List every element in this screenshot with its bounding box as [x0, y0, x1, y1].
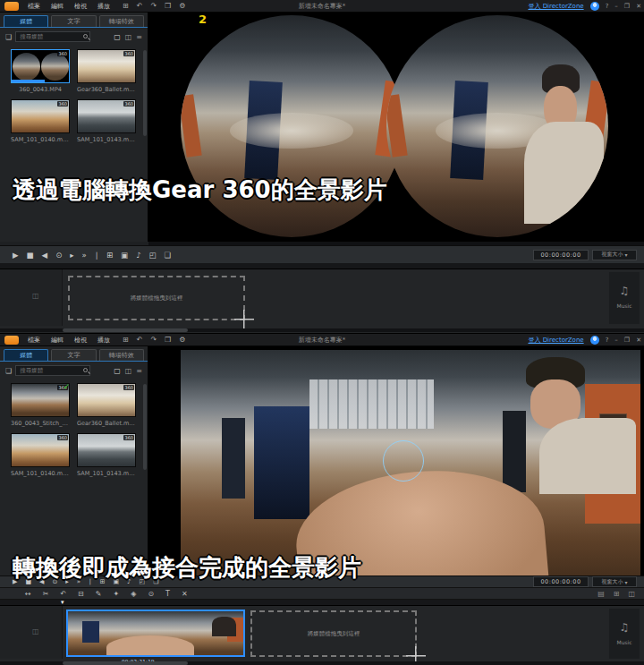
split-clip-icon[interactable]: ✂: [43, 590, 49, 598]
tab-media[interactable]: 媒體: [4, 15, 48, 27]
maximize-button[interactable]: ❐: [624, 337, 630, 344]
close-button[interactable]: ✕: [636, 337, 641, 344]
stop-button[interactable]: ■: [27, 250, 34, 260]
fit-size-dropdown[interactable]: 視窗大小 ▾: [592, 250, 637, 260]
tab-title[interactable]: 文字: [51, 349, 96, 361]
timeline-scrollbar[interactable]: [0, 661, 644, 665]
library-scrollbar[interactable]: [143, 384, 147, 470]
menu-play[interactable]: 播放: [97, 2, 110, 11]
copy-clip-icon[interactable]: ⊟: [78, 590, 84, 598]
minimize-button[interactable]: –: [614, 3, 618, 10]
library-item[interactable]: 360 360_0043.MP4: [11, 49, 70, 94]
next-frame-button[interactable]: ▸: [70, 250, 73, 260]
import-media-icon[interactable]: ❏: [5, 367, 12, 375]
avatar[interactable]: [590, 336, 599, 345]
fix-enhance-icon[interactable]: ◈: [131, 590, 136, 598]
magic-tool-icon[interactable]: ✦: [114, 590, 120, 598]
timeline-dropzone[interactable]: 將媒體檔拖曳到這裡: [68, 276, 245, 320]
library-item[interactable]: 360 Gear360_Ballet.mp4: [77, 49, 136, 94]
keyframe-icon[interactable]: ⊙: [148, 590, 154, 598]
previous-frame-button[interactable]: ◀: [42, 250, 48, 260]
person-shirt: [524, 122, 604, 224]
menu-file[interactable]: 檔案: [28, 2, 40, 11]
large-icon-view-icon[interactable]: ▢: [114, 367, 121, 375]
close-button[interactable]: ✕: [636, 3, 641, 10]
menu-edit[interactable]: 編輯: [51, 336, 64, 345]
fullscreen-button[interactable]: ◰: [149, 250, 157, 260]
timeline-ruler[interactable]: [0, 600, 644, 606]
search-icon: [83, 34, 88, 38]
help-button[interactable]: ?: [606, 3, 609, 10]
redo-icon[interactable]: ↷: [150, 334, 157, 346]
fast-forward-button[interactable]: »: [82, 250, 87, 260]
paint-designer-icon[interactable]: ✎: [96, 590, 102, 598]
scrollbar-thumb[interactable]: [63, 328, 188, 332]
import-media-icon[interactable]: ❏: [5, 33, 12, 41]
track-manager-icon[interactable]: ▤: [597, 590, 605, 598]
settings-icon[interactable]: ⚙: [179, 334, 185, 346]
minimize-button[interactable]: –: [614, 337, 618, 344]
library-item[interactable]: 360 SAM_101_0140.mp4: [11, 433, 70, 478]
menu-view[interactable]: 檢視: [74, 2, 87, 11]
list-view-icon[interactable]: ≡: [136, 367, 142, 375]
snapshot-button[interactable]: ⊞: [106, 250, 113, 260]
menu-view[interactable]: 檢視: [74, 336, 87, 345]
help-button[interactable]: ?: [606, 337, 609, 344]
menu-edit[interactable]: 編輯: [51, 2, 64, 11]
timeline-dropzone[interactable]: 將媒體檔拖曳到這裡: [250, 610, 417, 657]
undock-button[interactable]: ❏: [165, 250, 172, 260]
undo-icon[interactable]: ↶: [137, 334, 143, 346]
avatar[interactable]: [590, 2, 599, 11]
library-item[interactable]: 360 Gear360_Ballet.mp4: [77, 383, 136, 428]
add-track-icon[interactable]: ⊞: [614, 590, 620, 598]
view-toggle-icon[interactable]: ◫: [628, 590, 635, 598]
timeline-scrollbar[interactable]: [0, 328, 644, 332]
tab-transition[interactable]: 轉場特效: [99, 349, 144, 361]
signin-link[interactable]: 登入 DirectorZone: [528, 336, 583, 345]
timeline-ruler[interactable]: [0, 263, 644, 269]
settings-icon[interactable]: ⚙: [179, 0, 185, 13]
detail-view-icon[interactable]: ◫: [125, 367, 132, 375]
select-range-icon[interactable]: ↔: [25, 590, 31, 598]
title-designer-icon[interactable]: T: [165, 590, 170, 598]
playhead-marker[interactable]: ▾: [61, 599, 64, 606]
media-library-panel: 媒體 文字 轉場特效 ❏ ▢ ◫ ≡: [0, 346, 148, 575]
music-track-tile[interactable]: ♫ Music: [609, 272, 640, 324]
undo-trim-icon[interactable]: ↶: [60, 590, 66, 598]
library-item[interactable]: 360 SAM_101_0143.mp4: [77, 99, 136, 144]
undo-icon[interactable]: ↶: [137, 0, 143, 13]
capture-button[interactable]: ⊙: [55, 250, 62, 260]
capture-icon[interactable]: ⊞: [123, 334, 129, 346]
large-icon-view-icon[interactable]: ▢: [114, 33, 121, 41]
play-button[interactable]: ▶: [13, 250, 19, 260]
volume-button[interactable]: ♪: [136, 250, 140, 260]
search-input[interactable]: [16, 32, 89, 41]
timecode-display[interactable]: 00:00:00:00: [533, 576, 589, 587]
capture-icon[interactable]: ⊞: [123, 0, 129, 13]
tab-title[interactable]: 文字: [51, 15, 96, 27]
menu-play[interactable]: 播放: [97, 336, 110, 345]
maximize-button[interactable]: ❐: [624, 3, 630, 10]
layout-icon[interactable]: ❒: [165, 0, 171, 13]
equirectangular-image[interactable]: [181, 350, 640, 575]
search-input[interactable]: [16, 366, 89, 375]
redo-icon[interactable]: ↷: [150, 0, 157, 13]
fit-size-dropdown[interactable]: 視窗大小 ▾: [592, 576, 637, 587]
preview-quality-button[interactable]: ▣: [121, 250, 128, 260]
layout-icon[interactable]: ❒: [165, 334, 171, 346]
scrollbar-thumb[interactable]: [63, 661, 188, 665]
tab-transition[interactable]: 轉場特效: [99, 15, 144, 27]
music-track-tile[interactable]: ♫ Music: [609, 609, 640, 659]
timecode-display[interactable]: 00:00:00:00: [533, 250, 589, 260]
library-item[interactable]: 360 ✓ 360_0043_Stitch_VHC.MP4: [11, 383, 70, 428]
detail-view-icon[interactable]: ◫: [125, 33, 132, 41]
timeline-clip-selected[interactable]: [66, 610, 245, 657]
menu-file[interactable]: 檔案: [28, 336, 40, 345]
library-item[interactable]: 360 SAM_101_0143.mp4: [77, 433, 136, 478]
delete-clip-icon[interactable]: ✕: [182, 590, 188, 598]
signin-link[interactable]: 登入 DirectorZone: [528, 2, 583, 11]
library-item[interactable]: 360 SAM_101_0140.mp4: [11, 99, 70, 144]
tab-media[interactable]: 媒體: [4, 349, 48, 361]
list-view-icon[interactable]: ≡: [136, 33, 142, 41]
library-scrollbar[interactable]: [143, 50, 147, 136]
